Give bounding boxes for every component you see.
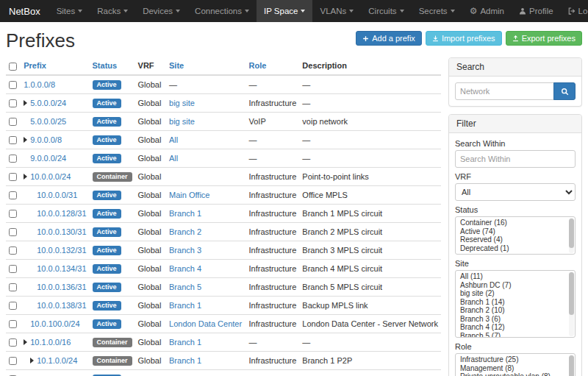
role-cell: — (246, 149, 300, 167)
scrollbar-thumb[interactable] (569, 219, 574, 248)
nav-item-profile[interactable]: Profile (512, 0, 561, 22)
row-checkbox[interactable] (9, 136, 17, 144)
column-header-prefix[interactable]: Prefix (21, 57, 89, 75)
row-checkbox[interactable] (9, 228, 17, 236)
prefix-link[interactable]: 10.0.0.130/31 (37, 227, 86, 236)
listbox-option[interactable]: big site (2) (456, 289, 575, 298)
status-listbox[interactable]: Container (16)Active (74)Reserved (4)Dep… (455, 216, 576, 255)
brand-logo[interactable]: NetBox (0, 0, 49, 22)
expand-caret-icon[interactable] (24, 174, 27, 180)
listbox-option[interactable]: Branch 2 (10) (456, 306, 575, 315)
prefix-link[interactable]: 5.0.0.0/25 (30, 117, 66, 126)
site-link[interactable]: Branch 3 (169, 246, 201, 255)
prefix-link[interactable]: 10.0.0.134/31 (37, 264, 86, 273)
search-input[interactable] (455, 82, 554, 100)
site-link[interactable]: Branch 5 (169, 283, 201, 291)
listbox-option[interactable]: Active (74) (456, 227, 575, 236)
column-header-site[interactable]: Site (166, 57, 245, 75)
prefix-link[interactable]: 10.0.0.0/24 (30, 172, 71, 181)
nav-item-devices[interactable]: Devices (135, 0, 187, 22)
listbox-option[interactable]: Reserved (4) (456, 235, 575, 244)
listbox-option[interactable]: All (11) (456, 272, 575, 281)
listbox-option[interactable]: Branch 1 (14) (456, 298, 575, 307)
nav-item-circuits[interactable]: Circuits (361, 0, 411, 22)
listbox-option[interactable]: Container (16) (456, 219, 575, 227)
prefix-link[interactable]: 1.0.0.0/8 (24, 80, 55, 89)
site-link[interactable]: Branch 2 (169, 227, 201, 236)
expand-caret-icon[interactable] (24, 137, 27, 143)
nav-item-ip-space[interactable]: IP Space (257, 0, 312, 22)
nav-item-vlans[interactable]: VLANs (312, 0, 361, 22)
site-link[interactable]: Main Office (169, 191, 209, 199)
nav-item-sites[interactable]: Sites (49, 0, 90, 22)
prefix-link[interactable]: 10.0.100.0/24 (30, 319, 79, 328)
site-link[interactable]: All (169, 135, 178, 144)
nav-item-connections[interactable]: Connections (187, 0, 257, 22)
prefix-link[interactable]: 10.0.0.136/31 (37, 283, 86, 291)
prefix-link[interactable]: 10.0.0.0/31 (37, 191, 77, 199)
prefix-link[interactable]: 10.0.0.132/31 (37, 246, 86, 255)
row-checkbox[interactable] (9, 357, 17, 365)
export-prefixes-button[interactable]: Export prefixes (506, 31, 582, 46)
site-cell: Branch 4 (166, 259, 245, 277)
site-link[interactable]: All (169, 154, 178, 163)
vrf-select[interactable]: All (455, 183, 576, 201)
row-checkbox[interactable] (9, 173, 17, 181)
prefix-link[interactable]: 10.0.0.128/31 (37, 209, 86, 218)
search-button[interactable] (553, 82, 576, 100)
column-header-status[interactable]: Status (90, 57, 135, 75)
prefix-link[interactable]: 5.0.0.0/24 (30, 99, 66, 107)
row-checkbox[interactable] (9, 302, 17, 310)
row-checkbox[interactable] (9, 210, 17, 218)
column-header-role[interactable]: Role (246, 57, 300, 75)
row-checkbox[interactable] (9, 155, 17, 163)
site-link[interactable]: London Data Center (169, 319, 242, 328)
site-link[interactable]: Branch 4 (169, 264, 201, 273)
listbox-option[interactable]: Deprecated (1) (456, 244, 575, 253)
select-all-checkbox[interactable] (9, 63, 17, 71)
nav-item-secrets[interactable]: Secrets (412, 0, 462, 22)
expand-caret-icon[interactable] (24, 100, 27, 106)
role-listbox[interactable]: Infrastructure (25)Management (8)Private… (455, 353, 576, 376)
prefix-link[interactable]: 10.0.0.138/31 (37, 301, 86, 310)
row-checkbox[interactable] (9, 118, 17, 126)
role-cell: Infrastructure (246, 277, 300, 296)
expand-caret-icon[interactable] (30, 358, 34, 363)
listbox-option[interactable]: Management (8) (456, 364, 575, 373)
scrollbar-thumb[interactable] (569, 272, 574, 315)
site-listbox[interactable]: All (11)Ashburn DC (7)big site (2)Branch… (455, 270, 576, 338)
listbox-option[interactable]: Private unrouteable vlan (8) (456, 372, 575, 376)
export-prefixes-label: Export prefixes (522, 34, 576, 43)
listbox-option[interactable]: Infrastructure (25) (456, 355, 575, 364)
prefix-link[interactable]: 10.1.0.0/16 (30, 338, 71, 347)
row-checkbox[interactable] (9, 81, 17, 89)
row-checkbox[interactable] (9, 99, 17, 107)
site-link[interactable]: Branch 1 (169, 209, 201, 218)
search-within-input[interactable] (455, 150, 576, 168)
row-checkbox[interactable] (9, 246, 17, 255)
prefix-link[interactable]: 9.0.0.0/24 (30, 154, 66, 163)
site-link[interactable]: Branch 1 (169, 356, 201, 365)
listbox-option[interactable]: Branch 3 (6) (456, 315, 575, 324)
import-prefixes-button[interactable]: Import prefixes (426, 31, 502, 46)
row-checkbox[interactable] (9, 283, 17, 291)
row-checkbox[interactable] (9, 191, 17, 199)
site-link[interactable]: big site (169, 117, 195, 126)
row-checkbox[interactable] (9, 320, 17, 328)
add-prefix-button[interactable]: Add a prefix (356, 31, 422, 46)
nav-item-admin[interactable]: ⚙ Admin (462, 0, 512, 22)
nav-item-logout[interactable]: Log out (561, 0, 588, 22)
listbox-option[interactable]: Ashburn DC (7) (456, 281, 575, 290)
scrollbar-thumb[interactable] (569, 355, 574, 376)
prefix-link[interactable]: 9.0.0.0/8 (30, 135, 62, 144)
site-link[interactable]: big site (169, 99, 195, 107)
nav-item-racks[interactable]: Racks (90, 0, 135, 22)
listbox-option[interactable]: Branch 4 (12) (456, 323, 575, 332)
prefix-link[interactable]: 10.1.0.0/24 (37, 356, 77, 365)
row-checkbox[interactable] (9, 265, 17, 273)
listbox-option[interactable]: Branch 5 (7) (456, 332, 575, 338)
row-checkbox[interactable] (9, 338, 17, 347)
site-link[interactable]: Branch 1 (169, 338, 201, 347)
expand-caret-icon[interactable] (24, 339, 27, 345)
site-link[interactable]: Branch 1 (169, 301, 201, 310)
